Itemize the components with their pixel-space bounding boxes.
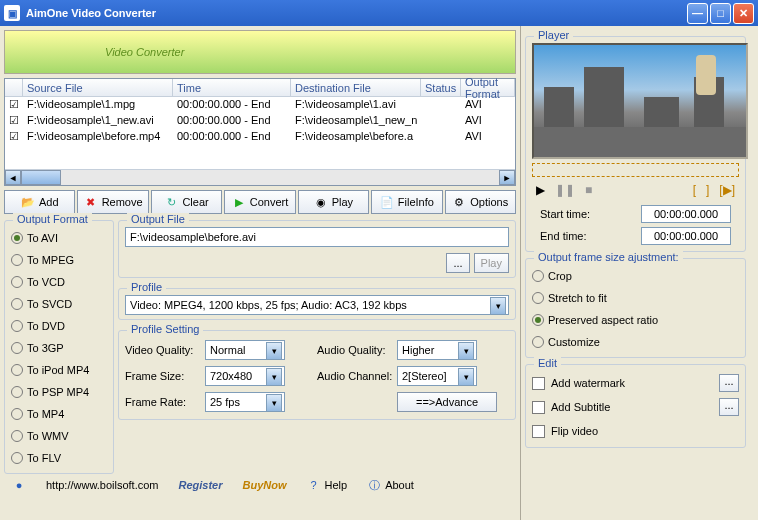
col-format[interactable]: Output Format bbox=[461, 79, 515, 96]
scroll-left-icon[interactable]: ◄ bbox=[5, 170, 21, 185]
table-row[interactable]: ☑F:\videosample\before.mp400:00:00.000 -… bbox=[5, 129, 515, 145]
adjust-radio-crop[interactable]: Crop bbox=[532, 265, 739, 287]
profile-group: Profile Video: MPEG4, 1200 kbps, 25 fps;… bbox=[118, 288, 516, 320]
disc-icon: ◉ bbox=[314, 195, 328, 209]
video-quality-select[interactable]: Normal bbox=[205, 340, 285, 360]
format-radio-to-mpeg[interactable]: To MPEG bbox=[11, 249, 107, 271]
browse-button[interactable]: ... bbox=[446, 253, 469, 273]
maximize-button[interactable]: □ bbox=[710, 3, 731, 24]
close-button[interactable]: ✕ bbox=[733, 3, 754, 24]
output-file-legend: Output File bbox=[127, 213, 189, 225]
adjust-radio-preserved-aspect-ratio[interactable]: Preserved aspect ratio bbox=[532, 309, 739, 331]
player-legend: Player bbox=[534, 29, 573, 41]
output-file-group: Output File ... Play bbox=[118, 220, 516, 278]
watermark-checkbox[interactable] bbox=[532, 377, 545, 390]
convert-button[interactable]: ▶Convert bbox=[224, 190, 295, 214]
frame-adjust-group: Output frame size ajustment: CropStretch… bbox=[525, 258, 746, 358]
subtitle-checkbox[interactable] bbox=[532, 401, 545, 414]
window-title: AimOne Video Converter bbox=[26, 7, 156, 19]
watermark-settings-button[interactable]: ... bbox=[719, 374, 739, 392]
watermark-label: Add watermark bbox=[551, 377, 625, 389]
buynow-link[interactable]: BuyNow bbox=[243, 479, 287, 491]
mark-out-button[interactable]: ] bbox=[706, 183, 709, 197]
audio-channel-label: Audio Channel: bbox=[317, 370, 397, 382]
player-group: Player ▶ ❚❚ ■ [ ] [▶] Start time:00:00:0… bbox=[525, 36, 746, 252]
edit-legend: Edit bbox=[534, 357, 561, 369]
format-radio-to-svcd[interactable]: To SVCD bbox=[11, 293, 107, 315]
refresh-icon: ↻ bbox=[164, 195, 178, 209]
scroll-right-icon[interactable]: ► bbox=[499, 170, 515, 185]
app-icon: ▣ bbox=[4, 5, 20, 21]
website-link[interactable]: http://www.boilsoft.com bbox=[46, 479, 159, 491]
output-format-group: Output Format To AVITo MPEGTo VCDTo SVCD… bbox=[4, 220, 114, 474]
format-radio-to-mp4[interactable]: To MP4 bbox=[11, 403, 107, 425]
file-icon: 📄 bbox=[380, 195, 394, 209]
player-pause-button: ❚❚ bbox=[555, 183, 575, 197]
subtitle-label: Add Subtitle bbox=[551, 401, 610, 413]
add-button[interactable]: 📂Add bbox=[4, 190, 75, 214]
format-radio-to-dvd[interactable]: To DVD bbox=[11, 315, 107, 337]
edit-group: Edit Add watermark... Add Subtitle... Fl… bbox=[525, 364, 746, 448]
start-time-value[interactable]: 00:00:00.000 bbox=[641, 205, 731, 223]
help-icon: ? bbox=[307, 478, 321, 492]
format-radio-to-flv[interactable]: To FLV bbox=[11, 447, 107, 469]
profile-select[interactable]: Video: MPEG4, 1200 kbps, 25 fps; Audio: … bbox=[125, 295, 509, 315]
format-radio-to-ipod-mp4[interactable]: To iPod MP4 bbox=[11, 359, 107, 381]
profile-legend: Profile bbox=[127, 281, 166, 293]
about-link[interactable]: About bbox=[385, 479, 414, 491]
video-quality-label: Video Quality: bbox=[125, 344, 205, 356]
frame-rate-select[interactable]: 25 fps bbox=[205, 392, 285, 412]
output-format-legend: Output Format bbox=[13, 213, 92, 225]
subtitle-settings-button[interactable]: ... bbox=[719, 398, 739, 416]
col-status[interactable]: Status bbox=[421, 79, 461, 96]
remove-icon: ✖ bbox=[84, 195, 98, 209]
col-check[interactable] bbox=[5, 79, 23, 96]
audio-channel-select[interactable]: 2[Stereo] bbox=[397, 366, 477, 386]
folder-icon: 📂 bbox=[21, 195, 35, 209]
play-range-button[interactable]: [▶] bbox=[719, 183, 735, 197]
col-source[interactable]: Source File bbox=[23, 79, 173, 96]
audio-quality-select[interactable]: Higher bbox=[397, 340, 477, 360]
flip-label: Flip video bbox=[551, 425, 598, 437]
minimize-button[interactable]: — bbox=[687, 3, 708, 24]
profile-setting-group: Profile Setting Video Quality:Normal Fra… bbox=[118, 330, 516, 420]
frame-rate-label: Frame Rate: bbox=[125, 396, 205, 408]
play-file-button: Play bbox=[474, 253, 509, 273]
format-radio-to-vcd[interactable]: To VCD bbox=[11, 271, 107, 293]
table-row[interactable]: ☑F:\videosample\1.mpg00:00:00.000 - EndF… bbox=[5, 97, 515, 113]
preview-area bbox=[532, 43, 748, 159]
globe-icon: ● bbox=[12, 478, 26, 492]
col-time[interactable]: Time bbox=[173, 79, 291, 96]
table-row[interactable]: ☑F:\videosample\1_new.avi00:00:00.000 - … bbox=[5, 113, 515, 129]
format-radio-to-3gp[interactable]: To 3GP bbox=[11, 337, 107, 359]
col-dest[interactable]: Destination File bbox=[291, 79, 421, 96]
audio-quality-label: Audio Quality: bbox=[317, 344, 397, 356]
register-link[interactable]: Register bbox=[179, 479, 223, 491]
file-list: Source File Time Destination File Status… bbox=[4, 78, 516, 186]
adjust-radio-stretch-to-fit[interactable]: Stretch to fit bbox=[532, 287, 739, 309]
output-file-input[interactable] bbox=[125, 227, 509, 247]
banner: Video Converter bbox=[4, 30, 516, 74]
mark-in-button[interactable]: [ bbox=[693, 183, 696, 197]
frame-adjust-legend: Output frame size ajustment: bbox=[534, 251, 683, 263]
advance-button[interactable]: ==>Advance bbox=[397, 392, 497, 412]
flip-checkbox[interactable] bbox=[532, 425, 545, 438]
remove-button[interactable]: ✖Remove bbox=[77, 190, 148, 214]
player-play-button[interactable]: ▶ bbox=[536, 183, 545, 197]
end-time-label: End time: bbox=[540, 230, 586, 242]
frame-size-select[interactable]: 720x480 bbox=[205, 366, 285, 386]
options-button[interactable]: ⚙Options bbox=[445, 190, 516, 214]
hscroll[interactable]: ◄ ► bbox=[5, 169, 515, 185]
end-time-value[interactable]: 00:00:00.000 bbox=[641, 227, 731, 245]
play-button[interactable]: ◉Play bbox=[298, 190, 369, 214]
gear-icon: ⚙ bbox=[452, 195, 466, 209]
seek-bar[interactable] bbox=[532, 163, 739, 177]
clear-button[interactable]: ↻Clear bbox=[151, 190, 222, 214]
fileinfo-button[interactable]: 📄FileInfo bbox=[371, 190, 442, 214]
info-icon: ⓘ bbox=[367, 478, 381, 492]
format-radio-to-psp-mp4[interactable]: To PSP MP4 bbox=[11, 381, 107, 403]
format-radio-to-avi[interactable]: To AVI bbox=[11, 227, 107, 249]
help-link[interactable]: Help bbox=[325, 479, 348, 491]
adjust-radio-customize[interactable]: Customize bbox=[532, 331, 739, 353]
format-radio-to-wmv[interactable]: To WMV bbox=[11, 425, 107, 447]
